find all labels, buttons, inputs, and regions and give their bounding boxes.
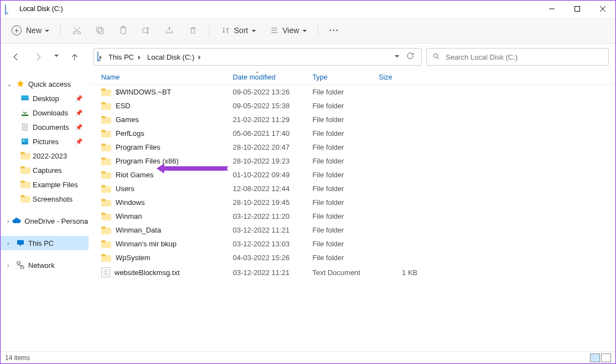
network-icon	[16, 261, 25, 270]
file-row[interactable]: Winman's mir bkup03-12-2022 13:03File fo…	[89, 237, 615, 251]
maximize-button[interactable]	[565, 1, 590, 17]
delete-button[interactable]	[181, 22, 205, 39]
navigation-bar: This PC Local Disk (C:)	[1, 44, 615, 70]
folder-icon	[101, 102, 111, 110]
sidebar-item[interactable]: 2022-2023	[1, 149, 88, 163]
item-count: 14 items	[5, 354, 30, 362]
pin-icon: 📌	[75, 95, 83, 102]
file-row[interactable]: Users12-08-2022 12:44File folder	[89, 182, 615, 196]
chevron-down-icon	[248, 26, 256, 35]
details-view-button[interactable]	[590, 354, 600, 362]
file-list-view: Name ⌃ Date modified Type Size $WINDOWS.…	[89, 70, 615, 352]
recent-locations-button[interactable]	[51, 48, 61, 66]
file-row[interactable]: websiteBlockmsg.txt03-12-2022 11:21Text …	[89, 265, 615, 280]
paste-button[interactable]	[112, 22, 135, 39]
sidebar-item-this-pc[interactable]: › This PC	[1, 236, 88, 250]
copy-button[interactable]	[88, 22, 112, 39]
column-header-size[interactable]: Size	[379, 73, 417, 81]
column-header-type[interactable]: Type	[312, 73, 379, 81]
trash-icon	[188, 25, 198, 35]
sort-label: Sort	[234, 26, 248, 35]
share-icon	[165, 25, 175, 35]
folder-icon	[101, 130, 111, 138]
breadcrumb-item[interactable]: Local Disk (C:)	[144, 52, 197, 62]
sidebar-item-desktop[interactable]: Desktop📌	[1, 91, 88, 105]
sort-icon	[221, 25, 231, 35]
file-row[interactable]: ESD09-05-2022 15:38File folder	[89, 99, 615, 113]
sidebar-item-onedrive[interactable]: › OneDrive - Personal	[1, 214, 88, 228]
pin-icon: 📌	[75, 109, 83, 117]
file-icon	[101, 267, 110, 277]
list-icon	[269, 25, 279, 35]
folder-icon	[101, 171, 111, 179]
file-row[interactable]: $WINDOWS.~BT09-05-2022 13:26File folder	[89, 85, 615, 99]
scissors-icon	[72, 25, 82, 35]
computer-icon	[16, 239, 25, 247]
new-label: New	[26, 26, 41, 35]
svg-rect-13	[21, 99, 28, 100]
rename-button[interactable]	[135, 22, 158, 39]
file-row[interactable]: Riot Games01-10-2022 09:49File folder	[89, 168, 615, 182]
file-row[interactable]: Winman03-12-2022 11:20File folder	[89, 209, 615, 223]
file-row[interactable]: PerfLogs05-06-2021 17:40File folder	[89, 126, 615, 140]
back-button[interactable]	[7, 48, 25, 66]
folder-icon	[101, 88, 111, 96]
svg-point-11	[434, 54, 437, 57]
sidebar-item[interactable]: Screenshots	[1, 192, 88, 206]
close-button[interactable]	[590, 1, 615, 17]
history-dropdown-button[interactable]	[395, 52, 399, 62]
clipboard-icon	[118, 25, 128, 35]
sidebar-item[interactable]: Captures	[1, 163, 88, 177]
folder-icon	[101, 240, 111, 248]
sidebar-item-quick-access[interactable]: ⌄ Quick access	[1, 77, 88, 91]
view-button[interactable]: View	[263, 22, 314, 39]
minimize-button[interactable]	[539, 1, 565, 17]
address-bar[interactable]: This PC Local Disk (C:)	[93, 48, 422, 66]
share-button[interactable]	[158, 22, 181, 39]
quick-access-label: Quick access	[28, 80, 71, 88]
svg-rect-19	[19, 245, 22, 245]
forward-button[interactable]	[29, 48, 47, 66]
sort-button[interactable]: Sort	[214, 22, 263, 39]
svg-rect-18	[17, 240, 24, 245]
svg-rect-10	[143, 28, 148, 33]
file-row[interactable]: Windows28-10-2022 19:45File folder	[89, 196, 615, 209]
sidebar-item[interactable]: Example Files	[1, 177, 88, 192]
rename-icon	[142, 25, 152, 35]
sidebar-item-downloads[interactable]: Downloads📌	[1, 105, 88, 120]
column-header-name[interactable]: Name	[96, 73, 233, 81]
folder-icon	[101, 254, 111, 262]
file-row[interactable]: Program Files (x86)28-10-2022 19:23File …	[89, 154, 615, 168]
sidebar-item-network[interactable]: › Network	[1, 258, 88, 272]
up-button[interactable]	[66, 48, 83, 66]
more-button[interactable]: ···	[323, 23, 346, 38]
folder-icon	[101, 226, 111, 234]
column-header-date[interactable]: Date modified	[233, 73, 312, 81]
drive-icon	[97, 52, 98, 62]
svg-rect-6	[98, 29, 103, 34]
folder-icon	[101, 185, 111, 193]
sidebar-item-documents[interactable]: Documents📌	[1, 120, 88, 134]
file-row[interactable]: Winman_Data03-12-2022 11:21File folder	[89, 223, 615, 237]
pin-icon: 📌	[75, 138, 83, 145]
search-icon	[432, 52, 440, 62]
svg-rect-20	[17, 262, 20, 264]
refresh-button[interactable]	[406, 51, 415, 62]
sidebar-item-pictures[interactable]: Pictures📌	[1, 134, 88, 149]
file-row[interactable]: WpSystem04-03-2022 15:26File folder	[89, 251, 615, 265]
search-box[interactable]	[426, 48, 609, 66]
folder-icon	[101, 157, 111, 165]
thumbnails-view-button[interactable]	[601, 354, 611, 362]
folder-icon	[20, 166, 29, 175]
file-row[interactable]: Program Files28-10-2022 20:47File folder	[89, 140, 615, 154]
file-row[interactable]: Games21-02-2022 11:29File folder	[89, 113, 615, 126]
new-button[interactable]: + New	[5, 22, 56, 39]
breadcrumb-item[interactable]: This PC	[105, 52, 137, 62]
folder-icon	[20, 151, 29, 160]
cut-button[interactable]	[65, 22, 88, 39]
cloud-icon	[12, 217, 21, 225]
picture-icon	[20, 137, 29, 146]
folder-icon	[20, 194, 29, 203]
download-icon	[20, 108, 29, 117]
search-input[interactable]	[446, 53, 603, 61]
